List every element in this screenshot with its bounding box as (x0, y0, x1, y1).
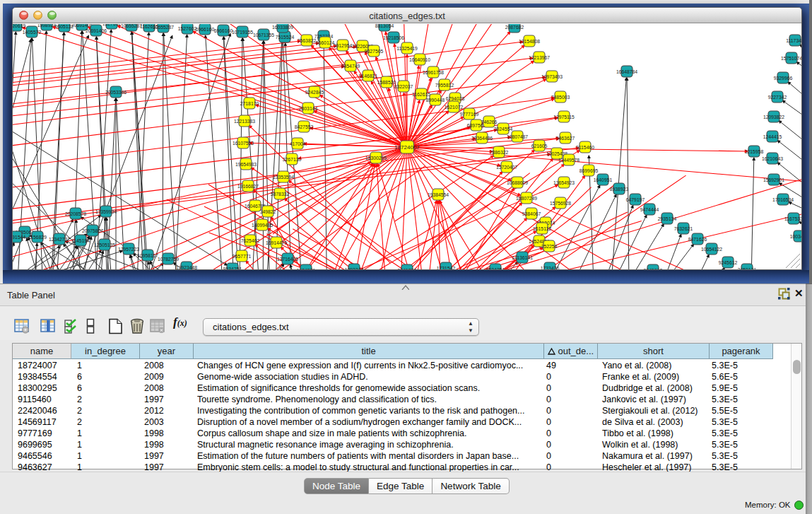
svg-text:8454749: 8454749 (341, 64, 360, 69)
svg-text:9146821: 9146821 (359, 74, 378, 78)
svg-text:13654923: 13654923 (553, 180, 575, 185)
svg-text:20053346: 20053346 (105, 90, 126, 95)
svg-text:12213967: 12213967 (529, 55, 550, 60)
svg-text:10782759: 10782759 (158, 257, 179, 262)
svg-text:20364486: 20364486 (471, 136, 493, 141)
svg-text:1167533: 1167533 (784, 216, 802, 221)
svg-text:8938923: 8938923 (610, 187, 629, 192)
svg-text:9777169: 9777169 (460, 112, 479, 117)
svg-text:7955812: 7955812 (435, 83, 454, 88)
svg-text:349822: 349822 (260, 209, 276, 214)
svg-text:17957223: 17957223 (118, 247, 139, 252)
svg-text:15692901: 15692901 (763, 177, 784, 182)
svg-text:10973493: 10973493 (541, 74, 563, 79)
svg-text:13449578: 13449578 (558, 158, 579, 163)
svg-text:20975867: 20975867 (82, 228, 103, 233)
svg-text:6479197: 6479197 (626, 197, 645, 202)
svg-text:252254: 252254 (541, 244, 558, 249)
svg-text:3267130: 3267130 (283, 157, 302, 162)
svg-text:10671355: 10671355 (253, 33, 274, 37)
svg-text:12342737: 12342737 (49, 237, 70, 242)
svg-text:8427552: 8427552 (295, 124, 314, 129)
svg-text:12975115: 12975115 (553, 115, 575, 119)
svg-text:417004: 417004 (290, 141, 306, 146)
svg-text:15720407: 15720407 (496, 165, 517, 170)
svg-text:18724007: 18724007 (394, 144, 420, 151)
svg-text:18807249: 18807249 (516, 196, 537, 201)
svg-text:15756928: 15756928 (550, 201, 571, 206)
svg-text:17016534: 17016534 (772, 197, 794, 202)
svg-text:1621072: 1621072 (445, 105, 464, 110)
svg-text:6794028: 6794028 (446, 96, 465, 101)
svg-text:8699695: 8699695 (579, 168, 599, 173)
svg-text:1527602: 1527602 (178, 26, 197, 31)
svg-text:14136141: 14136141 (512, 255, 533, 260)
svg-text:20691406: 20691406 (71, 24, 93, 28)
svg-text:2718170: 2718170 (240, 101, 259, 106)
svg-text:13353594: 13353594 (273, 175, 294, 180)
svg-text:7886322: 7886322 (490, 150, 509, 155)
svg-text:9463627: 9463627 (556, 136, 575, 141)
svg-text:1405572: 1405572 (23, 30, 42, 35)
svg-text:10655287: 10655287 (153, 25, 174, 30)
svg-text:1156829: 1156829 (28, 235, 47, 240)
svg-text:8471626: 8471626 (688, 237, 707, 242)
svg-text:9245612: 9245612 (719, 260, 738, 265)
svg-text:12093822: 12093822 (763, 115, 784, 119)
svg-text:9474444: 9474444 (640, 207, 659, 212)
svg-text:7515524: 7515524 (276, 35, 295, 40)
svg-text:1244415: 1244415 (763, 134, 782, 139)
svg-text:16648784: 16648784 (616, 69, 637, 74)
svg-text:12505135: 12505135 (94, 243, 115, 247)
svg-text:746266: 746266 (481, 119, 498, 124)
svg-text:19166827: 19166827 (237, 184, 259, 189)
svg-text:9227342: 9227342 (768, 95, 787, 100)
svg-text:1640951: 1640951 (594, 177, 613, 182)
svg-text:621605: 621605 (531, 144, 548, 148)
svg-text:6966160: 6966160 (214, 28, 233, 33)
svg-text:8322037: 8322037 (394, 84, 413, 89)
svg-text:1162615: 1162615 (412, 92, 430, 97)
svg-text:19654983: 19654983 (235, 162, 257, 167)
svg-text:2803144: 2803144 (299, 106, 318, 111)
svg-text:10719155: 10719155 (232, 30, 253, 35)
svg-text:10807487: 10807487 (507, 134, 528, 139)
svg-text:1117345: 1117345 (786, 38, 802, 43)
svg-text:8990448: 8990448 (426, 98, 445, 103)
svg-text:3215958: 3215958 (745, 149, 764, 154)
svg-text:16033809: 16033809 (272, 25, 293, 30)
svg-text:19384554: 19384554 (428, 192, 449, 197)
svg-text:16107553: 16107553 (233, 141, 254, 146)
svg-text:9115460: 9115460 (576, 145, 594, 150)
svg-text:10654122: 10654122 (701, 247, 722, 252)
svg-text:11325419: 11325419 (396, 46, 418, 51)
svg-text:9384067: 9384067 (522, 211, 541, 216)
svg-text:7632621: 7632621 (674, 226, 693, 231)
svg-text:14099485: 14099485 (252, 223, 273, 228)
svg-text:20208578: 20208578 (65, 211, 86, 216)
svg-text:15751074: 15751074 (781, 56, 802, 61)
svg-text:9242845: 9242845 (305, 90, 324, 95)
svg-text:10688609: 10688609 (507, 180, 528, 185)
svg-text:18300295: 18300295 (365, 156, 387, 160)
svg-text:7625402: 7625402 (241, 238, 260, 243)
svg-text:1998924: 1998924 (37, 24, 57, 28)
svg-text:9329966: 9329966 (774, 76, 793, 81)
svg-text:16914479: 16914479 (266, 240, 287, 245)
svg-text:2935134: 2935134 (658, 216, 677, 221)
svg-text:7485003: 7485003 (551, 95, 570, 100)
svg-text:1527602: 1527602 (102, 24, 122, 26)
svg-text:16210643: 16210643 (762, 156, 783, 161)
svg-text:10154808: 10154808 (519, 39, 540, 44)
svg-text:19218506: 19218506 (383, 35, 404, 40)
svg-text:9657771: 9657771 (233, 254, 252, 259)
svg-text:8813054: 8813054 (375, 24, 394, 28)
svg-text:16961758: 16961758 (423, 70, 444, 75)
svg-text:6966160: 6966160 (196, 27, 215, 32)
svg-text:2620619: 2620619 (13, 24, 25, 28)
svg-text:8660124: 8660124 (316, 40, 335, 45)
svg-text:1391544: 1391544 (13, 235, 25, 240)
svg-text:3912954: 3912954 (334, 43, 353, 48)
svg-text:17359934: 17359934 (95, 209, 117, 214)
svg-text:1145194: 1145194 (71, 238, 90, 243)
